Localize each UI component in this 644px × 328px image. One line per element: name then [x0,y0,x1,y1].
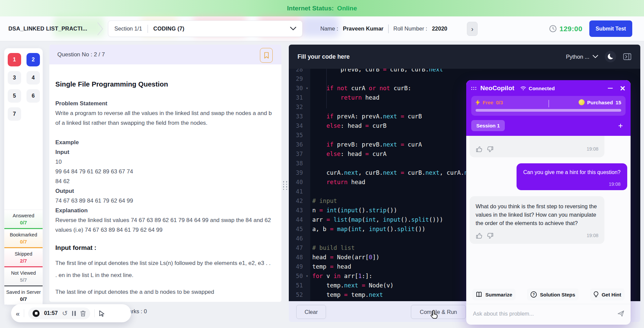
neocopilot-panel: NeoCopilot Connected ✕ [466,80,631,325]
timer-value: 129:00 [559,25,582,33]
divider [94,309,95,317]
free-credits: Free 0/3 [476,100,503,105]
chat-area: 19:08 Can you give me a hint for this qu… [466,136,631,284]
solution-steps-label: Solution Steps [540,292,575,297]
delete-icon[interactable] [80,310,86,317]
coin-icon [579,99,585,105]
name-value: Praveen Kumar [343,25,383,32]
get-hint-label: Get Hint [602,292,621,297]
input-format-para: The first line of input denotes the list… [55,257,273,281]
user-message: Can you give me a hint for this question… [517,163,627,190]
get-hint-button[interactable]: Get Hint [590,288,625,300]
bookmark-button[interactable] [260,48,273,63]
stat-saved-in-server: Saved in Server0/7 [4,286,43,305]
summarize-label: Summarize [485,292,512,297]
stat-not-viewed: Not Viewed5/7 [4,267,43,286]
thumbs-up-icon[interactable] [476,146,483,153]
send-button[interactable] [617,310,625,317]
example-output-line: 74 67 63 89 84 61 79 62 64 99 [55,196,273,206]
solution-steps-button[interactable]: ? Solution Steps [527,288,579,300]
question-button-4[interactable]: 4 [26,71,40,85]
free-count: 0/3 [496,100,503,105]
example-input-line: 10 [55,157,273,167]
collapse-panel-icon[interactable] [623,53,632,61]
question-button-3[interactable]: 3 [8,71,21,85]
section-value: CODING (7) [153,25,184,32]
example-input-line: 84 62 [55,176,273,186]
session-tab[interactable]: Session 1 [471,120,505,131]
thumbs-down-icon[interactable] [486,232,494,239]
svg-text:?: ? [532,292,535,296]
recording-time: 01:57 [44,310,58,316]
recorder-toolbar: « 01:57 ↺ [11,304,131,322]
user-message-text: Can you give me a hint for this question… [523,169,621,175]
editor-header: Fill your code here Python ... [289,45,640,69]
question-button-2[interactable]: 2 [26,53,40,66]
expand-info-button[interactable]: › [467,22,478,36]
stat-bookmarked: Bookmarked0/7 [4,229,43,248]
input-format-para: The last line of input denotes the a and… [55,286,273,298]
question-button-1[interactable]: 1 [8,53,21,66]
language-value: Python ... [566,54,589,60]
stop-record-icon[interactable] [33,310,40,317]
question-body: Single File Programming Question Problem… [49,64,281,302]
question-button-5[interactable]: 5 [8,89,21,103]
minimize-button[interactable] [608,88,613,89]
language-dropdown[interactable]: Python ... [566,54,598,60]
thumbs-up-icon[interactable] [476,232,483,239]
drag-handle-icon[interactable] [471,87,476,90]
thumbs-down-icon[interactable] [486,146,494,153]
question-palette: 1234567 Answered0/7Bookmarked0/7Skipped2… [4,48,43,305]
recording-pill: 01:57 ↺ [28,308,90,319]
collapse-left-icon[interactable]: « [16,310,20,317]
stat-answered: Answered0/7 [4,210,43,229]
credits-progress-bar [476,109,621,112]
question-panel: Question No : 2 / 7 Single File Programm… [49,45,281,302]
divider [388,24,389,33]
test-timer: 129:00 [549,16,582,41]
question-button-7[interactable]: 7 [8,107,21,121]
question-number-grid: 1234567 [4,48,43,121]
explanation-text: Reverse the linked list values 74 67 63 … [55,215,273,235]
session-row: Session 1 + [471,120,626,131]
message-time: 19:08 [587,145,598,153]
copilot-input-row [466,304,631,325]
chevron-down-icon [290,27,296,31]
theme-toggle-moon-icon[interactable] [605,51,616,62]
compile-run-button[interactable]: Compile & Run [411,305,466,319]
copilot-title: NeoCopilot [480,85,514,92]
editor-title: Fill your code here [298,53,350,60]
internet-status-bar: Internet Status: Online [0,0,644,16]
problem-statement-text: Write a program to reverse all the value… [55,108,273,128]
purchased-credits: Purchased 15 [579,99,621,105]
send-icon [617,310,625,317]
ask-input[interactable] [472,310,617,317]
close-icon[interactable]: ✕ [620,85,626,92]
purchased-label: Purchased [587,100,613,105]
question-stats: Answered0/7Bookmarked0/7Skipped2/7Not Vi… [4,210,43,305]
submit-test-button[interactable]: Submit Test [589,20,632,37]
clear-button[interactable]: Clear [296,305,326,319]
input-format-label: Input format : [55,243,273,253]
app: Internet Status: Online DSA_LINKED LIST_… [0,0,644,328]
question-circle-icon: ? [530,291,537,298]
credits-box: Free 0/3 Purchased 15 [471,96,626,116]
section-label: Section 1/1 [114,25,142,32]
name-label: Name : [320,25,338,32]
connection-status: Connected [520,86,555,91]
summarize-button[interactable]: Summarize [472,289,516,300]
pause-icon[interactable] [72,311,76,316]
roll-value: 22020 [432,25,447,32]
candidate-info: Name : Praveen Kumar Roll Number : 22020 [320,16,447,41]
question-number-label: Question No : 2 / 7 [57,51,105,58]
restart-icon[interactable]: ↺ [62,310,68,317]
cursor-mode-icon[interactable] [99,310,105,317]
section-dropdown[interactable]: Section 1/1 CODING (7) [108,20,303,37]
question-button-6[interactable]: 6 [26,89,40,103]
chevron-down-icon [593,55,598,58]
copilot-actions: Summarize ? Solution Steps Get Hint [466,284,631,304]
bot-message: What do you think is the first step to r… [470,196,604,244]
panel-resize-handle[interactable] [282,180,288,191]
add-session-button[interactable]: + [618,122,626,130]
clock-icon [549,25,557,33]
